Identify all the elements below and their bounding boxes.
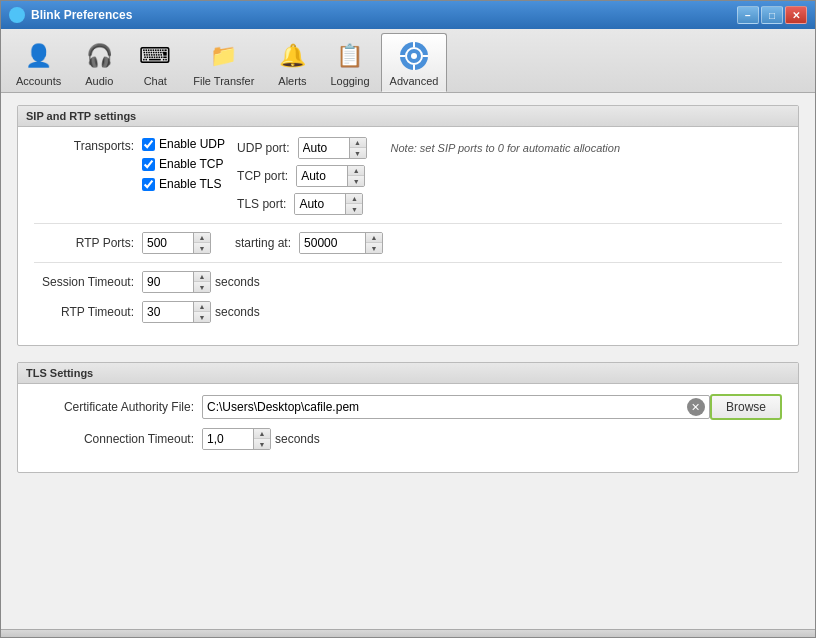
cert-input-wrapper: ✕ <box>202 395 710 419</box>
toolbar-file-transfer[interactable]: 📁 File Transfer <box>184 33 263 92</box>
udp-port-input[interactable] <box>299 138 349 158</box>
bottom-bar <box>1 629 815 637</box>
rtp-ports-down[interactable]: ▼ <box>194 243 210 253</box>
tls-port-buttons: ▲ ▼ <box>345 194 362 214</box>
connection-timeout-down[interactable]: ▼ <box>254 439 270 449</box>
sip-rtp-title: SIP and RTP settings <box>18 106 798 127</box>
port-section: UDP port: ▲ ▼ Note: set SIP ports to 0 f… <box>237 137 620 215</box>
rtp-ports-row: RTP Ports: ▲ ▼ starting at: ▲ <box>34 232 782 254</box>
main-window: Blink Preferences − □ ✕ 👤 Accounts 🎧 Aud… <box>0 0 816 638</box>
app-icon <box>9 7 25 23</box>
enable-udp-checkbox[interactable] <box>142 138 155 151</box>
minimize-button[interactable]: − <box>737 6 759 24</box>
rtp-timeout-suffix: seconds <box>215 305 260 319</box>
file-transfer-icon: 📁 <box>206 38 242 74</box>
toolbar: 👤 Accounts 🎧 Audio ⌨ Chat 📁 File Transfe… <box>1 29 815 93</box>
enable-tcp-checkbox[interactable] <box>142 158 155 171</box>
tcp-port-spinner: ▲ ▼ <box>296 165 365 187</box>
udp-port-up[interactable]: ▲ <box>350 138 366 148</box>
accounts-icon: 👤 <box>21 38 57 74</box>
title-bar: Blink Preferences − □ ✕ <box>1 1 815 29</box>
connection-timeout-input[interactable] <box>203 429 253 449</box>
session-timeout-spinner: ▲ ▼ <box>142 271 211 293</box>
udp-port-row: UDP port: ▲ ▼ Note: set SIP ports to 0 f… <box>237 137 620 159</box>
tcp-port-input[interactable] <box>297 166 347 186</box>
enable-tcp-label: Enable TCP <box>159 157 223 171</box>
rtp-ports-input[interactable] <box>143 233 193 253</box>
close-button[interactable]: ✕ <box>785 6 807 24</box>
rtp-timeout-row: RTP Timeout: ▲ ▼ seconds <box>34 301 782 323</box>
session-timeout-down[interactable]: ▼ <box>194 282 210 292</box>
window-controls: − □ ✕ <box>737 6 807 24</box>
tls-port-down[interactable]: ▼ <box>346 204 362 214</box>
session-timeout-input[interactable] <box>143 272 193 292</box>
connection-timeout-row: Connection Timeout: ▲ ▼ seconds <box>34 428 782 450</box>
cert-input[interactable] <box>207 400 687 414</box>
audio-icon: 🎧 <box>81 38 117 74</box>
toolbar-logging[interactable]: 📋 Logging <box>321 33 378 92</box>
tls-port-row: TLS port: ▲ ▼ <box>237 193 620 215</box>
toolbar-audio[interactable]: 🎧 Audio <box>72 33 126 92</box>
tls-title: TLS Settings <box>18 363 798 384</box>
content-area: SIP and RTP settings Transports: Enable … <box>1 93 815 629</box>
session-timeout-up[interactable]: ▲ <box>194 272 210 282</box>
udp-port-down[interactable]: ▼ <box>350 148 366 158</box>
tcp-port-buttons: ▲ ▼ <box>347 166 364 186</box>
session-timeout-suffix: seconds <box>215 275 260 289</box>
starting-at-input[interactable] <box>300 233 365 253</box>
accounts-label: Accounts <box>16 75 61 87</box>
rtp-timeout-up[interactable]: ▲ <box>194 302 210 312</box>
cert-label: Certificate Authority File: <box>34 400 194 414</box>
toolbar-chat[interactable]: ⌨ Chat <box>128 33 182 92</box>
alerts-icon: 🔔 <box>274 38 310 74</box>
starting-at-buttons: ▲ ▼ <box>365 233 382 253</box>
tls-body: Certificate Authority File: ✕ Browse Con… <box>18 384 798 472</box>
sip-rtp-section: SIP and RTP settings Transports: Enable … <box>17 105 799 346</box>
chat-label: Chat <box>144 75 167 87</box>
maximize-button[interactable]: □ <box>761 6 783 24</box>
transports-section: Transports: Enable UDP Enable TCP Ena <box>34 137 782 215</box>
advanced-label: Advanced <box>390 75 439 87</box>
rtp-timeout-buttons: ▲ ▼ <box>193 302 210 322</box>
rtp-timeout-spinner: ▲ ▼ <box>142 301 211 323</box>
session-timeout-row: Session Timeout: ▲ ▼ seconds <box>34 271 782 293</box>
starting-at-down[interactable]: ▼ <box>366 243 382 253</box>
rtp-ports-buttons: ▲ ▼ <box>193 233 210 253</box>
rtp-ports-up[interactable]: ▲ <box>194 233 210 243</box>
connection-timeout-label: Connection Timeout: <box>34 432 194 446</box>
toolbar-accounts[interactable]: 👤 Accounts <box>7 33 70 92</box>
tls-section: TLS Settings Certificate Authority File:… <box>17 362 799 473</box>
enable-udp-label: Enable UDP <box>159 137 225 151</box>
tcp-port-label: TCP port: <box>237 169 288 183</box>
logging-label: Logging <box>330 75 369 87</box>
svg-point-6 <box>411 53 417 59</box>
starting-at-up[interactable]: ▲ <box>366 233 382 243</box>
browse-button[interactable]: Browse <box>710 394 782 420</box>
tls-port-up[interactable]: ▲ <box>346 194 362 204</box>
audio-label: Audio <box>85 75 113 87</box>
udp-row: Enable UDP <box>142 137 225 151</box>
connection-timeout-up[interactable]: ▲ <box>254 429 270 439</box>
toolbar-alerts[interactable]: 🔔 Alerts <box>265 33 319 92</box>
rtp-timeout-input[interactable] <box>143 302 193 322</box>
cert-clear-button[interactable]: ✕ <box>687 398 705 416</box>
tcp-port-down[interactable]: ▼ <box>348 176 364 186</box>
window-title: Blink Preferences <box>31 8 132 22</box>
tcp-port-up[interactable]: ▲ <box>348 166 364 176</box>
chat-icon: ⌨ <box>137 38 173 74</box>
enable-tls-label: Enable TLS <box>159 177 222 191</box>
rtp-timeout-label: RTP Timeout: <box>34 305 134 319</box>
transports-label: Transports: <box>34 137 134 153</box>
rtp-ports-label: RTP Ports: <box>34 236 134 250</box>
udp-port-label: UDP port: <box>237 141 289 155</box>
tls-row: Enable TLS <box>142 177 225 191</box>
separator-1 <box>34 223 782 224</box>
rtp-timeout-down[interactable]: ▼ <box>194 312 210 322</box>
toolbar-advanced[interactable]: Advanced <box>381 33 448 92</box>
enable-tls-checkbox[interactable] <box>142 178 155 191</box>
session-timeout-label: Session Timeout: <box>34 275 134 289</box>
transport-checkboxes: Enable UDP Enable TCP Enable TLS <box>142 137 225 191</box>
separator-2 <box>34 262 782 263</box>
connection-timeout-buttons: ▲ ▼ <box>253 429 270 449</box>
tls-port-input[interactable] <box>295 194 345 214</box>
